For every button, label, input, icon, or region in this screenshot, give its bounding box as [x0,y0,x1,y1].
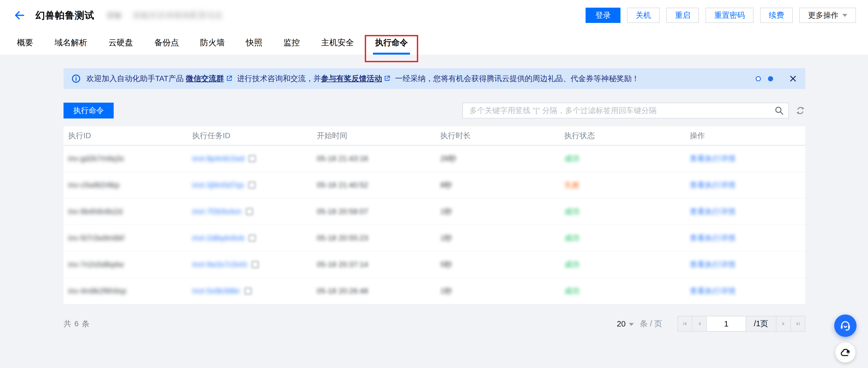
banner-text-2: 进行技术咨询和交流，并 [235,74,321,83]
external-link-icon[interactable] [226,75,233,84]
table-footer: 共 6 条 20 条 / 页 /1页 [64,311,805,336]
header-action-button[interactable]: 关机 [627,8,660,23]
more-actions-button[interactable]: 更多操作 [799,8,856,23]
tab[interactable]: 云硬盘 [108,31,133,55]
exec-id-cell: inv-7n2s5d8q4w [68,260,192,269]
last-page-button[interactable] [790,316,805,332]
task-id-link[interactable]: invt-3j9m5d7qs [192,181,244,190]
tab-label: 防火墙 [200,37,225,48]
prev-page-button[interactable] [692,316,707,332]
search-input[interactable] [462,103,789,118]
start-time-cell: 05-18 20:26:48 [317,287,440,295]
tab[interactable]: 主机安全 [321,31,354,55]
view-detail-link[interactable]: 查看执行详情 [690,259,805,270]
view-detail-link[interactable]: 查看执行详情 [690,153,805,164]
column-header-status: 执行状态 [564,131,690,141]
pager-group: /1页 [678,316,805,332]
table-header-row: 执行ID 执行任务ID 开始时间 执行时长 执行状态 操作 [64,126,805,145]
page-size-value: 20 [617,319,626,329]
column-header-actions: 操作 [690,131,805,141]
header-action-button[interactable]: 续费 [760,8,793,23]
tat-info-banner: 欢迎加入自动化助手TAT产品 微信交流群 进行技术咨询和交流，并参与有奖反馈活动… [64,68,805,89]
tab[interactable]: 防火墙 [200,31,225,55]
banner-carousel-dots [756,76,773,81]
page-header: 幻兽帕鲁测试 脱敏 脱敏的实例规格配置信息 登录关机重启重置密码续费 更多操作 [0,0,868,31]
cloud-notification-button[interactable] [835,342,856,363]
tab[interactable]: 域名解析 [55,31,87,55]
tab[interactable]: 监控 [283,31,300,55]
tab-label: 概要 [17,37,33,48]
tab[interactable]: 备份点 [154,31,179,55]
view-detail-link[interactable]: 查看执行详情 [690,233,805,243]
status-badge: 成功 [564,206,690,217]
copy-icon[interactable] [245,287,252,294]
tab-content: 欢迎加入自动化助手TAT产品 微信交流群 进行技术咨询和交流，并参与有奖反馈活动… [0,68,868,336]
next-page-button[interactable] [776,316,791,332]
redacted-instance-tag: 脱敏 [107,10,122,21]
view-detail-link[interactable]: 查看执行详情 [690,180,805,190]
copy-icon[interactable] [248,181,255,189]
page-total-label: /1页 [746,316,776,332]
table-row: inv-5t7r3w9m6kf invt-2d8q4n6vb 05-18 20:… [64,225,805,251]
run-command-button[interactable]: 执行命令 [64,103,114,118]
banner-text-3: 一经采纳，您将有机会获得腾讯云提供的周边礼品、代金券等神秘奖励！ [393,74,639,83]
header-action-button[interactable]: 重置密码 [706,8,753,23]
start-time-cell: 05-18 21:40:52 [317,181,440,190]
header-action-button[interactable]: 登录 [586,8,620,23]
status-badge: 成功 [564,153,690,164]
tab[interactable]: 执行命令 [375,31,408,55]
tab-label: 执行命令 [375,37,408,48]
copy-icon[interactable] [252,261,259,268]
column-header-start-time: 开始时间 [317,131,440,141]
task-id-link[interactable]: invt-8p4n6r2wd [192,154,244,163]
status-badge: 失败 [564,180,690,190]
chevron-down-icon [842,14,847,17]
page-size-select[interactable]: 20 条 / 页 [617,318,662,329]
search-box [462,103,789,118]
table-row: inv-9b4h6n8s2d invt-7f2k9s4xn 05-18 20:5… [64,198,805,225]
table-row: inv-c5w8t2r6kp invt-3j9m5d7qs 05-18 21:4… [64,172,805,198]
carousel-dot-active[interactable] [768,76,773,81]
feedback-activity-link[interactable]: 参与有奖反馈活动 [321,74,382,83]
exec-id-cell: inv-9b4h6n8s2d [68,207,192,216]
task-id-link[interactable]: invt-2d8q4n6vb [192,234,244,243]
back-arrow-icon[interactable] [13,9,26,22]
page-size-unit: 条 / 页 [640,318,662,329]
external-link-icon[interactable] [383,75,391,84]
first-page-button[interactable] [677,316,692,332]
task-id-link[interactable]: invt-9w3x7c5mh [192,260,247,269]
duration-cell: 1秒 [440,233,564,243]
task-id-cell: invt-3j9m5d7qs [192,181,317,190]
tab[interactable]: 概要 [17,31,33,55]
view-detail-link[interactable]: 查看执行详情 [690,286,805,296]
table-row: inv-4m8k2f6h9sp invt-5s9b3t8kr 05-18 20:… [64,278,805,304]
cloud-bell-icon [839,346,851,359]
support-chat-button[interactable] [834,314,857,337]
copy-icon[interactable] [246,208,253,215]
headset-icon [839,319,851,332]
table-row: inv-gd2k7m9q3x invt-8p4n6r2wd 05-18 21:4… [64,145,805,172]
tab[interactable]: 快照 [246,31,262,55]
search-icon[interactable] [774,106,784,117]
task-id-cell: invt-2d8q4n6vb [192,234,317,243]
tab-label: 备份点 [154,37,179,48]
copy-icon[interactable] [249,234,256,242]
copy-icon[interactable] [249,155,256,162]
carousel-dot-inactive[interactable] [756,76,761,81]
page-number-input[interactable] [706,316,746,332]
header-action-button[interactable]: 重启 [666,8,699,23]
exec-id-cell: inv-4m8k2f6h9sp [68,287,192,295]
exec-id-cell: inv-5t7r3w9m6kf [68,234,192,243]
start-time-cell: 05-18 20:58:07 [317,207,440,216]
close-icon[interactable] [789,75,797,83]
column-header-task-id: 执行任务ID [192,131,317,141]
tab-label: 主机安全 [321,37,354,48]
task-id-link[interactable]: invt-7f2k9s4xn [192,207,242,216]
total-count-label: 共 6 条 [64,319,90,329]
status-badge: 成功 [564,259,690,270]
more-actions-label: 更多操作 [808,10,839,21]
wechat-group-link[interactable]: 微信交流群 [186,74,224,83]
task-id-link[interactable]: invt-5s9b3t8kr [192,287,240,295]
refresh-icon[interactable] [796,106,805,115]
view-detail-link[interactable]: 查看执行详情 [690,206,805,217]
